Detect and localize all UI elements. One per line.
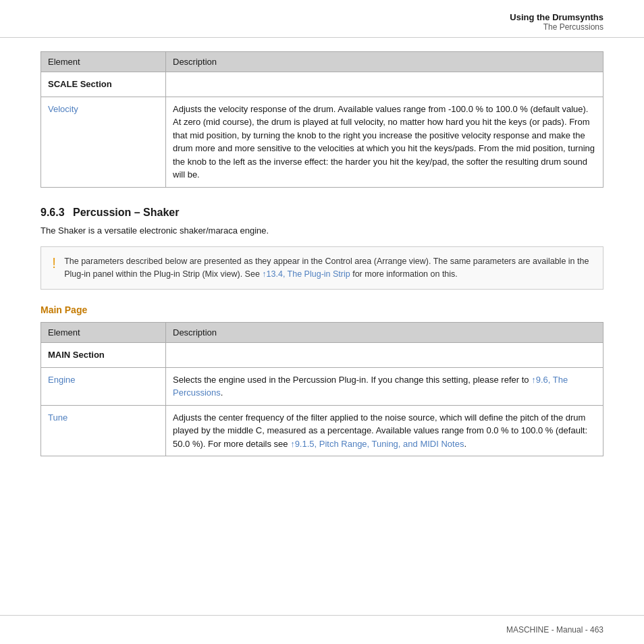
page-footer: MASCHINE - Manual - 463 — [0, 615, 644, 644]
main-table: Element Description MAIN Section Engine … — [41, 322, 603, 456]
info-icon: ! — [52, 256, 56, 271]
tune-element: Tune — [41, 405, 166, 456]
section-heading: 9.6.3 Percussion – Shaker — [41, 207, 603, 219]
header-main-title: Using the Drumsynths — [41, 12, 603, 22]
velocity-row: Velocity Adjusts the velocity response o… — [41, 97, 603, 187]
table2-col2-header: Description — [166, 323, 603, 343]
section-title: Percussion – Shaker — [73, 207, 179, 218]
page-header: Using the Drumsynths The Percussions — [0, 0, 644, 38]
scale-section-empty — [166, 72, 603, 97]
plugin-strip-link[interactable]: ↑13.4, The Plug-in Strip — [262, 269, 350, 279]
tune-row: Tune Adjusts the center frequency of the… — [41, 405, 603, 456]
engine-desc-part1: Selects the engine used in the Percussio… — [173, 375, 531, 385]
tune-desc-part2: . — [464, 439, 466, 449]
tune-link[interactable]: Tune — [48, 412, 68, 423]
main-section-label: MAIN Section — [41, 343, 166, 368]
page-container: Using the Drumsynths The Percussions Ele… — [0, 0, 644, 644]
engine-desc-part2: . — [221, 387, 223, 398]
section-intro: The Shaker is a versatile electronic sha… — [41, 225, 603, 236]
pitch-range-link[interactable]: ↑9.1.5, Pitch Range, Tuning, and MIDI No… — [290, 439, 464, 449]
scale-section-row: SCALE Section — [41, 72, 603, 97]
engine-row: Engine Selects the engine used in the Pe… — [41, 367, 603, 405]
header-sub-title: The Percussions — [41, 22, 603, 32]
velocity-element: Velocity — [41, 97, 166, 187]
table1-col1-header: Element — [41, 52, 166, 72]
engine-link[interactable]: Engine — [48, 375, 75, 385]
main-section-row: MAIN Section — [41, 343, 603, 368]
table1-col2-header: Description — [166, 52, 603, 72]
tune-description: Adjusts the center frequency of the filt… — [166, 405, 603, 456]
content-area: Element Description SCALE Section Veloci… — [0, 38, 644, 495]
velocity-link[interactable]: Velocity — [48, 104, 78, 114]
main-section-empty — [166, 343, 603, 368]
scale-section-label: SCALE Section — [41, 72, 166, 97]
velocity-description: Adjusts the velocity response of the dru… — [166, 97, 603, 187]
engine-description: Selects the engine used in the Percussio… — [166, 367, 603, 405]
footer-text: MASCHINE - Manual - 463 — [506, 625, 603, 635]
scale-table: Element Description SCALE Section Veloci… — [41, 51, 603, 188]
table2-col1-header: Element — [41, 323, 166, 343]
engine-element: Engine — [41, 367, 166, 405]
info-box: ! The parameters described below are pre… — [41, 246, 603, 290]
main-page-heading: Main Page — [41, 304, 603, 315]
info-text-part2: for more information on this. — [350, 269, 458, 279]
section-number: 9.6.3 — [41, 207, 65, 218]
info-box-text: The parameters described below are prese… — [64, 255, 592, 281]
